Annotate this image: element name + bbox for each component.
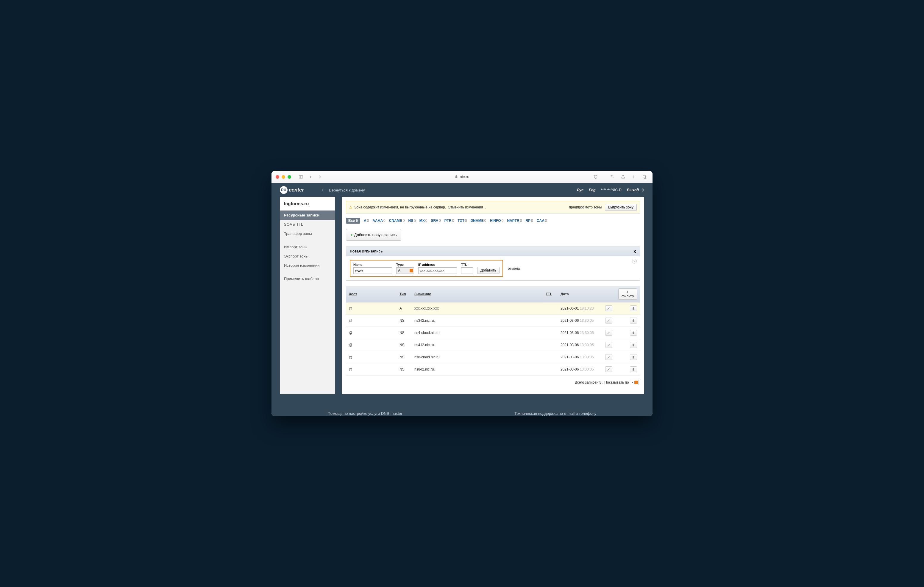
- ttl-label: TTL: [461, 263, 473, 266]
- ip-input[interactable]: [418, 267, 457, 274]
- help-link[interactable]: Помощь по настройке услуги DNS-master: [327, 411, 402, 416]
- delete-icon[interactable]: [630, 330, 637, 336]
- new-tab-icon[interactable]: [630, 173, 638, 181]
- filter-naptr[interactable]: NAPTR0: [507, 219, 522, 223]
- undo-changes-link[interactable]: Отменить изменения: [448, 205, 483, 209]
- records-table: Хост Тип Значение TTL Дата + фильтр @Axx…: [346, 286, 640, 376]
- filter-cname[interactable]: CNAME0: [389, 219, 405, 223]
- edit-icon[interactable]: [605, 342, 612, 348]
- account-link[interactable]: *******/NIC-D: [601, 188, 622, 192]
- delete-icon[interactable]: [630, 367, 637, 372]
- name-input[interactable]: [353, 267, 392, 274]
- sidebar-item[interactable]: Ресурсные записи: [280, 210, 335, 220]
- publish-zone-button[interactable]: Выгрузить зону: [605, 204, 637, 211]
- lang-en-link[interactable]: Eng: [589, 188, 596, 192]
- delete-icon[interactable]: [630, 354, 637, 360]
- arrow-left-icon: [322, 188, 327, 192]
- filter-caa[interactable]: CAA0: [537, 219, 547, 223]
- edit-icon[interactable]: [605, 330, 612, 336]
- sidebar-item[interactable]: SOA и TTL: [280, 220, 335, 229]
- filter-mx[interactable]: MX0: [419, 219, 427, 223]
- back-to-domain-link[interactable]: Вернуться к домену: [322, 188, 365, 192]
- maximize-window-icon[interactable]: [287, 175, 291, 179]
- browser-window: nic.ru RU center Вернуться к домену Рус …: [272, 171, 652, 416]
- browser-titlebar: nic.ru: [272, 171, 652, 183]
- alert-text: Зона содержит изменения, не выгруженные …: [354, 205, 446, 209]
- new-record-title: Новая DNS-запись: [350, 249, 383, 254]
- filter-ptr[interactable]: PTR0: [444, 219, 454, 223]
- name-label: Name: [353, 263, 392, 266]
- shield-icon[interactable]: [592, 173, 599, 181]
- new-record-panel: Новая DNS-запись X ? Name: [346, 247, 640, 281]
- translate-icon[interactable]: [609, 173, 616, 181]
- new-record-form: Name Type A IP address: [350, 260, 503, 277]
- back-icon[interactable]: [307, 173, 314, 181]
- sidebar-item[interactable]: История изменений: [280, 261, 335, 270]
- col-ttl[interactable]: TTL: [546, 292, 552, 296]
- support-link[interactable]: Техническая поддержка по e-mail и телефо…: [515, 411, 596, 416]
- filter-dname[interactable]: DNAME0: [470, 219, 487, 223]
- cancel-link[interactable]: отмена: [508, 266, 520, 271]
- col-value[interactable]: Значение: [414, 292, 431, 296]
- logout-icon: [640, 188, 644, 192]
- logo-text: center: [289, 187, 304, 193]
- site-header: RU center Вернуться к домену Рус Eng ***…: [272, 183, 652, 197]
- filter-txt[interactable]: TXT0: [457, 219, 467, 223]
- minimize-window-icon[interactable]: [282, 175, 285, 179]
- filter-ns[interactable]: NS5: [408, 219, 416, 223]
- edit-icon[interactable]: [605, 317, 612, 324]
- table-row: @Axxx.xxx.xxx.xxx2021-06-01 18:10:23: [346, 303, 640, 315]
- table-row: @NSns3-l2.nic.ru.2021-03-06 13:30:05: [346, 315, 640, 327]
- filter-rp[interactable]: RP0: [525, 219, 533, 223]
- forward-icon[interactable]: [316, 173, 324, 181]
- type-select[interactable]: A: [396, 267, 414, 274]
- url-text: nic.ru: [460, 174, 469, 179]
- close-window-icon[interactable]: [276, 175, 279, 179]
- type-label: Type: [396, 263, 414, 266]
- plus-icon: +: [350, 232, 353, 237]
- col-date: Дата: [561, 292, 569, 296]
- edit-icon[interactable]: [605, 306, 612, 311]
- address-bar[interactable]: nic.ru: [455, 174, 469, 179]
- col-type[interactable]: Тип: [399, 292, 406, 296]
- add-record-button[interactable]: + Добавить новую запись: [346, 229, 401, 240]
- edit-icon[interactable]: [605, 354, 612, 360]
- sidebar-item[interactable]: Импорт зоны: [280, 242, 335, 252]
- filter-hinfo[interactable]: HINFO0: [490, 219, 503, 223]
- filter-a[interactable]: A0: [364, 219, 369, 223]
- col-host[interactable]: Хост: [349, 292, 357, 296]
- unsaved-changes-alert: ⚠ Зона содержит изменения, не выгруженны…: [346, 201, 640, 214]
- filter-all[interactable]: Все 5: [346, 218, 360, 224]
- page-content: RU center Вернуться к домену Рус Eng ***…: [272, 183, 652, 416]
- sidebar-item[interactable]: Применить шаблон: [280, 274, 335, 283]
- tabs-icon[interactable]: [640, 173, 648, 181]
- add-filter-button[interactable]: + фильтр: [618, 288, 637, 300]
- table-row: @NSns8-l2.nic.ru.2021-03-06 13:30:05: [346, 363, 640, 376]
- ip-label: IP address: [418, 263, 457, 266]
- sidebar-item[interactable]: Экспорт зоны: [280, 252, 335, 261]
- edit-icon[interactable]: [605, 367, 612, 372]
- delete-icon[interactable]: [630, 342, 637, 348]
- warning-icon: ⚠: [349, 205, 353, 209]
- delete-icon[interactable]: [630, 317, 637, 324]
- delete-icon[interactable]: [630, 306, 637, 311]
- filter-srv[interactable]: SRV0: [431, 219, 441, 223]
- sidebar-toggle-icon[interactable]: [297, 173, 305, 181]
- lang-ru-link[interactable]: Рус: [577, 188, 584, 192]
- logo-badge: RU: [280, 186, 287, 194]
- share-icon[interactable]: [619, 173, 627, 181]
- logo[interactable]: RU center: [280, 186, 304, 194]
- page-size-select[interactable]: -: [630, 380, 639, 385]
- close-icon[interactable]: X: [634, 249, 636, 254]
- lock-icon: [455, 175, 458, 178]
- sidebar-item[interactable]: Трансфер зоны: [280, 229, 335, 238]
- sidebar: lngforms.ru Ресурсные записиSOA и TTLТра…: [280, 197, 335, 394]
- table-footer: Всего записей 5 . Показывать по -: [346, 376, 640, 385]
- logout-link[interactable]: Выход: [627, 188, 644, 192]
- table-row: @NSns8-cloud.nic.ru.2021-03-06 13:30:05: [346, 351, 640, 363]
- preview-zone-link[interactable]: предпросмотр зоны: [569, 205, 602, 209]
- submit-record-button[interactable]: Добавить: [477, 267, 500, 274]
- help-icon[interactable]: ?: [632, 259, 637, 263]
- filter-aaaa[interactable]: AAAA0: [372, 219, 385, 223]
- ttl-input[interactable]: [461, 267, 473, 274]
